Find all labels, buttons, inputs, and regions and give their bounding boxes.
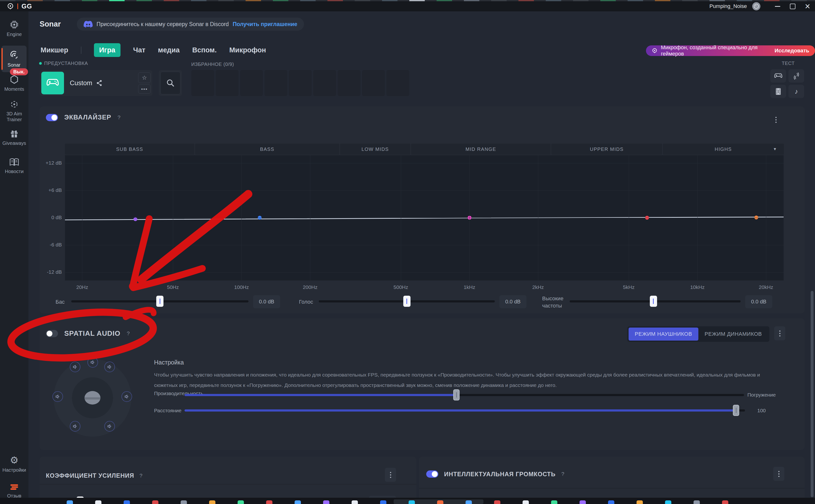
promo-banner[interactable]: Микрофон, созданный специально для гейме… bbox=[646, 45, 815, 56]
band-sub-bass[interactable]: SUB BASS bbox=[65, 144, 194, 155]
smart-volume-menu-button[interactable] bbox=[773, 467, 784, 481]
spatial-audio-toggle[interactable] bbox=[46, 330, 58, 337]
sidebar-item-settings[interactable]: ⚙ Настройки bbox=[0, 455, 28, 473]
bass-value: 0.0 dB bbox=[253, 295, 280, 308]
scrollbar-thumb[interactable] bbox=[811, 291, 814, 497]
titlebar: GG Pumping_Noise × bbox=[0, 1, 815, 11]
band-bass[interactable]: BASS bbox=[195, 144, 339, 155]
favorite-slot[interactable] bbox=[313, 70, 336, 96]
distance-handle[interactable] bbox=[733, 405, 739, 416]
eq-plot[interactable] bbox=[65, 155, 784, 280]
tab-game[interactable]: Игра bbox=[94, 43, 121, 57]
distance-slider[interactable] bbox=[184, 409, 745, 412]
close-button[interactable]: × bbox=[800, 1, 815, 11]
speakers-mode-button[interactable]: РЕЖИМ ДИНАМИКОВ bbox=[698, 328, 768, 341]
highs-slider[interactable] bbox=[570, 300, 741, 302]
smart-volume-panel: ИНТЕЛЛЕКТУАЛЬНАЯ ГРОМКОСТЬ ? bbox=[419, 457, 805, 504]
performance-handle[interactable] bbox=[453, 389, 460, 400]
favorite-slot[interactable] bbox=[289, 70, 312, 96]
film-icon bbox=[775, 88, 781, 95]
favorite-slot[interactable] bbox=[240, 70, 263, 96]
test-game-button[interactable] bbox=[770, 69, 786, 83]
promo-cta[interactable]: Исследовать bbox=[775, 48, 809, 54]
sidebar-item-moments[interactable]: Moments bbox=[0, 75, 28, 92]
user-avatar[interactable] bbox=[752, 2, 760, 10]
favorite-slot[interactable] bbox=[362, 70, 385, 96]
spatial-audio-help[interactable]: ? bbox=[127, 330, 130, 337]
favorite-slot[interactable] bbox=[191, 70, 214, 96]
performance-slider[interactable] bbox=[184, 394, 744, 396]
sidebar-item-news[interactable]: Новости bbox=[0, 158, 28, 174]
tab-microphone[interactable]: Микрофон bbox=[229, 46, 266, 54]
tab-bar: Микшер Игра Чат медиа Вспом. Микрофон bbox=[41, 43, 266, 57]
gain-help[interactable]: ? bbox=[139, 472, 142, 479]
tab-mixer[interactable]: Микшер bbox=[41, 46, 68, 54]
speaker-top-icon[interactable] bbox=[87, 357, 98, 368]
os-taskbar-strip[interactable] bbox=[0, 498, 815, 504]
distance-value: 100 bbox=[757, 408, 766, 413]
test-voice-button[interactable] bbox=[788, 69, 804, 83]
band-highs[interactable]: HIGHS bbox=[663, 144, 784, 155]
sound-waves-icon bbox=[793, 72, 800, 80]
favorite-slot[interactable] bbox=[386, 70, 409, 96]
speaker-top-right-icon[interactable] bbox=[104, 362, 115, 372]
search-button[interactable] bbox=[160, 72, 180, 94]
bass-slider-handle[interactable] bbox=[156, 296, 163, 307]
speaker-bottom-right-icon[interactable] bbox=[104, 421, 115, 432]
test-music-button[interactable]: ♪ bbox=[788, 85, 804, 98]
page-title: Sonar bbox=[40, 20, 61, 28]
share-icon[interactable] bbox=[96, 80, 102, 86]
freq-label: 500Hz bbox=[393, 284, 409, 290]
smart-volume-toggle[interactable] bbox=[426, 470, 438, 478]
preset-tile bbox=[41, 72, 64, 94]
sidebar-item-giveaways[interactable]: Giveaways bbox=[0, 129, 28, 146]
band-upper-mids[interactable]: UPPER MIDS bbox=[551, 144, 662, 155]
freq-label: 10kHz bbox=[690, 284, 705, 290]
promo-text: Микрофон, созданный специально для гейме… bbox=[661, 44, 771, 57]
gift-icon bbox=[9, 129, 19, 138]
discord-banner[interactable]: Присоединитесь к нашему серверу Sonar в … bbox=[77, 18, 304, 31]
spatial-audio-panel: SPATIAL AUDIO ? РЕЖИМ НАУШНИКОВ РЕЖИМ ДИ… bbox=[40, 318, 805, 450]
speaker-right-icon[interactable] bbox=[121, 391, 132, 402]
test-media-button[interactable] bbox=[770, 85, 786, 98]
equalizer-menu-button[interactable] bbox=[770, 113, 781, 127]
speaker-left-icon[interactable] bbox=[52, 391, 63, 402]
band-mid-range[interactable]: MID RANGE bbox=[411, 144, 551, 155]
spatial-menu-button[interactable] bbox=[774, 326, 785, 340]
voice-slider[interactable] bbox=[319, 300, 495, 302]
freq-label: 100Hz bbox=[234, 284, 249, 290]
tab-media[interactable]: медиа bbox=[158, 46, 180, 54]
preset-more-button[interactable]: ••• bbox=[138, 84, 151, 94]
gain-menu-button[interactable] bbox=[385, 468, 396, 482]
minimize-button[interactable] bbox=[770, 1, 785, 11]
band-dropdown-button[interactable]: ▼ bbox=[766, 144, 784, 155]
band-low-mids[interactable]: LOW MIDS bbox=[340, 144, 410, 155]
equalizer-help[interactable]: ? bbox=[117, 114, 120, 121]
favorite-slot[interactable] bbox=[264, 70, 287, 96]
tab-aux[interactable]: Вспом. bbox=[192, 46, 217, 54]
sidebar-item-3d-aim-trainer[interactable]: 3D Aim Trainer bbox=[0, 100, 28, 122]
equalizer-toggle[interactable] bbox=[46, 114, 58, 121]
favorite-slot[interactable] bbox=[337, 70, 360, 96]
distance-fill bbox=[184, 409, 737, 412]
bass-slider[interactable] bbox=[71, 300, 248, 302]
favorites-label: ИЗБРАННОЕ (0/9) bbox=[191, 62, 234, 67]
smart-volume-help[interactable]: ? bbox=[562, 471, 564, 477]
preset-search-card[interactable] bbox=[159, 70, 182, 96]
sidebar-item-feedback[interactable]: Отзыв bbox=[0, 484, 28, 499]
sidebar-item-engine[interactable]: Engine bbox=[0, 20, 28, 37]
discord-icon bbox=[84, 21, 93, 28]
highs-slider-handle[interactable] bbox=[650, 296, 657, 307]
headphones-mode-button[interactable]: РЕЖИМ НАУШНИКОВ bbox=[629, 328, 698, 341]
discord-invite-link[interactable]: Получить приглашение bbox=[232, 21, 297, 28]
voice-slider-handle[interactable] bbox=[403, 296, 411, 307]
preset-card[interactable]: Custom ☆ ••• bbox=[40, 70, 152, 96]
speaker-bottom-left-icon[interactable] bbox=[70, 421, 80, 432]
freq-label: 200Hz bbox=[303, 284, 317, 290]
maximize-button[interactable] bbox=[785, 1, 800, 11]
favorite-star-button[interactable]: ☆ bbox=[138, 72, 151, 83]
favorite-slot[interactable] bbox=[216, 70, 238, 96]
speaker-top-left-icon[interactable] bbox=[70, 362, 80, 372]
tab-chat[interactable]: Чат bbox=[133, 46, 145, 54]
window-title: Pumping_Noise bbox=[710, 3, 747, 9]
